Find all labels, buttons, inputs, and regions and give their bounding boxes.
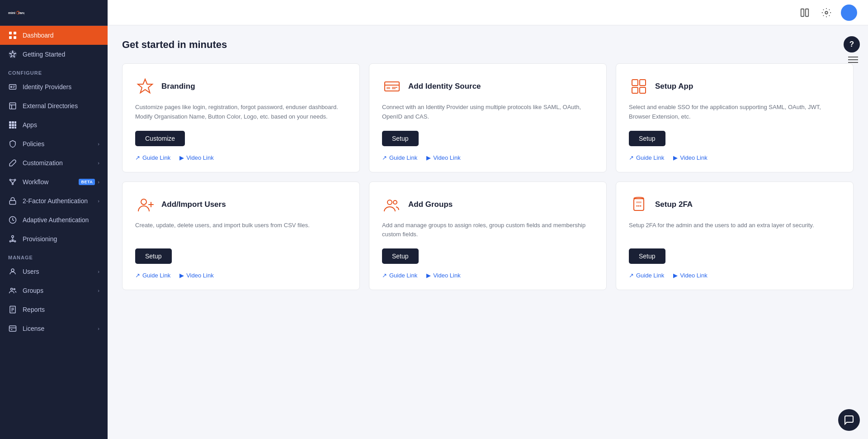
setup-2fa-button[interactable]: Setup xyxy=(629,248,665,264)
sidebar: mini range Dashboard Getting Started Con… xyxy=(0,0,108,439)
card-header-users: Add/Import Users xyxy=(135,195,347,215)
svg-rect-5 xyxy=(14,32,16,34)
sidebar-item-identity-providers[interactable]: Identity Providers xyxy=(0,77,108,96)
settings-icon[interactable] xyxy=(819,5,834,20)
grid-icon xyxy=(8,31,17,40)
rocket-icon xyxy=(8,50,17,59)
play-circle-icon: ▶ xyxy=(179,272,184,279)
svg-point-33 xyxy=(14,241,16,242)
sidebar-item-workflow[interactable]: Workflow BETA › xyxy=(0,172,108,191)
user-avatar[interactable] xyxy=(841,5,857,21)
user-icon xyxy=(8,267,17,276)
svg-point-61 xyxy=(387,200,392,205)
sidebar-item-license[interactable]: License › xyxy=(0,319,108,338)
sidebar-item-policies[interactable]: Policies › xyxy=(0,134,108,153)
card-header-branding: Branding xyxy=(135,76,347,96)
sidebar-item-apps[interactable]: Apps xyxy=(0,115,108,134)
provision-icon xyxy=(8,234,17,243)
external-link-icon: ↗ xyxy=(382,154,387,161)
svg-rect-63 xyxy=(634,199,644,210)
groups-guide-link[interactable]: ↗ Guide Link xyxy=(382,272,417,279)
2fa-guide-link[interactable]: ↗ Guide Link xyxy=(629,272,664,279)
play-circle-icon: ▶ xyxy=(673,154,678,161)
license-icon xyxy=(8,324,17,333)
svg-rect-57 xyxy=(640,87,646,93)
identity-video-link[interactable]: ▶ Video Link xyxy=(426,154,460,161)
svg-rect-54 xyxy=(632,80,638,86)
adaptive-icon xyxy=(8,215,17,224)
setup-app-guide-link[interactable]: ↗ Guide Link xyxy=(629,154,664,161)
card-links-2fa: ↗ Guide Link ▶ Video Link xyxy=(629,272,840,279)
identity-guide-link[interactable]: ↗ Guide Link xyxy=(382,154,417,161)
users-video-link[interactable]: ▶ Video Link xyxy=(179,272,213,279)
chevron-right-icon: › xyxy=(98,160,99,166)
setup-app-video-link[interactable]: ▶ Video Link xyxy=(673,154,707,161)
sidebar-item-external-directories[interactable]: External Directories xyxy=(0,96,108,115)
setup-app-button[interactable]: Setup xyxy=(629,131,665,146)
svg-point-26 xyxy=(12,183,14,185)
card-title-2fa: Setup 2FA xyxy=(655,200,693,209)
card-add-groups: Add Groups Add and manage groups to assi… xyxy=(369,181,607,291)
reports-label: Reports xyxy=(23,306,99,313)
svg-point-37 xyxy=(14,289,15,290)
users-guide-link[interactable]: ↗ Guide Link xyxy=(135,272,170,279)
svg-rect-21 xyxy=(9,127,11,129)
chevron-right-icon: › xyxy=(98,141,99,147)
getting-started-label: Getting Started xyxy=(23,51,99,58)
external-directories-label: External Directories xyxy=(23,102,99,110)
lock-icon xyxy=(8,196,17,205)
group-icon xyxy=(8,286,17,295)
sidebar-item-2fa[interactable]: 2-Factor Authentication › xyxy=(0,191,108,210)
identity-setup-button[interactable]: Setup xyxy=(382,131,419,146)
provisioning-label: Provisioning xyxy=(23,235,99,243)
id-card-icon xyxy=(8,82,17,91)
svg-rect-42 xyxy=(9,326,16,331)
svg-rect-7 xyxy=(14,36,16,39)
svg-rect-49 xyxy=(385,82,399,91)
svg-text:mini: mini xyxy=(8,11,15,15)
branding-customize-button[interactable]: Customize xyxy=(135,131,185,146)
svg-rect-30 xyxy=(9,200,16,204)
help-bubble[interactable]: ? xyxy=(844,36,860,52)
add-users-setup-button[interactable]: Setup xyxy=(135,248,172,264)
identity-providers-label: Identity Providers xyxy=(23,83,99,91)
sidebar-item-users[interactable]: Users › xyxy=(0,262,108,281)
sidebar-item-getting-started[interactable]: Getting Started xyxy=(0,45,108,64)
svg-rect-4 xyxy=(9,32,12,34)
svg-point-9 xyxy=(11,86,12,88)
sidebar-item-groups[interactable]: Groups › xyxy=(0,281,108,300)
card-description-users: Create, update, delete users, and import… xyxy=(135,221,347,240)
hamburger-menu-icon[interactable] xyxy=(848,57,858,63)
policies-label: Policies xyxy=(23,140,98,148)
sidebar-item-customization[interactable]: Customization › xyxy=(0,153,108,172)
add-user-icon xyxy=(135,195,155,215)
svg-text:range: range xyxy=(19,11,25,15)
sidebar-item-provisioning[interactable]: Provisioning xyxy=(0,229,108,248)
card-add-import-users: Add/Import Users Create, update, delete … xyxy=(122,181,360,291)
main-content: Get started in minutes Branding Customiz… xyxy=(108,0,868,439)
svg-point-47 xyxy=(825,11,828,14)
sidebar-item-dashboard[interactable]: Dashboard xyxy=(0,26,108,45)
add-groups-setup-button[interactable]: Setup xyxy=(382,248,419,264)
group-card-icon xyxy=(382,195,402,215)
sidebar-item-adaptive-auth[interactable]: Adaptive Authentication xyxy=(0,210,108,229)
svg-rect-15 xyxy=(9,121,11,124)
external-link-icon: ↗ xyxy=(382,272,387,279)
external-link-icon: ↗ xyxy=(135,154,140,161)
adaptive-auth-label: Adaptive Authentication xyxy=(23,216,99,224)
card-description-2fa: Setup 2FA for the admin and the users to… xyxy=(629,221,840,240)
chat-bubble[interactable] xyxy=(838,409,860,431)
branding-guide-link[interactable]: ↗ Guide Link xyxy=(135,154,170,161)
svg-rect-23 xyxy=(14,127,16,129)
branding-video-link[interactable]: ▶ Video Link xyxy=(179,154,213,161)
play-circle-icon: ▶ xyxy=(673,272,678,279)
2fa-label: 2-Factor Authentication xyxy=(23,197,98,205)
2fa-video-link[interactable]: ▶ Video Link xyxy=(673,272,707,279)
svg-point-65 xyxy=(637,205,638,206)
svg-point-31 xyxy=(12,236,14,238)
groups-video-link[interactable]: ▶ Video Link xyxy=(426,272,460,279)
content-area: Get started in minutes Branding Customiz… xyxy=(108,25,868,439)
book-icon[interactable] xyxy=(797,5,812,20)
svg-rect-45 xyxy=(801,9,804,16)
sidebar-item-reports[interactable]: Reports xyxy=(0,300,108,319)
